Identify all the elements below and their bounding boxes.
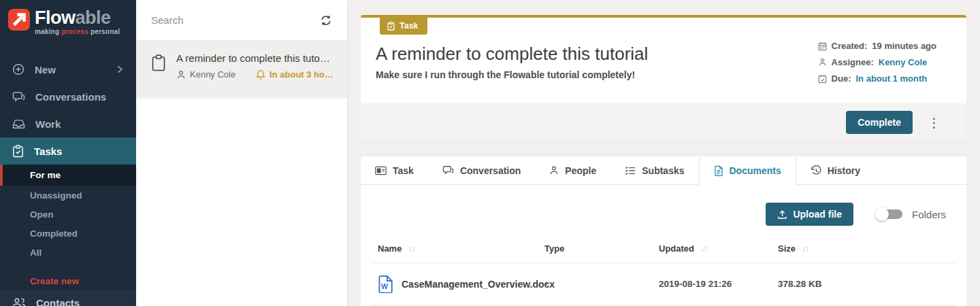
calendar-icon [818,41,827,51]
svg-text:W: W [381,282,388,290]
sidebar-item-work[interactable]: Work [0,110,136,137]
created-row: Created: 19 minutes ago [818,41,936,51]
complete-button[interactable]: Complete [846,111,913,134]
table-header-row: Name↓↑ Type Updated↓↑ Size↓↑ [371,243,956,263]
sidebar-item-tasks[interactable]: Tasks [0,137,136,165]
bell-icon [256,69,265,80]
task-description: Make sure I run through the Flowable tut… [376,69,648,80]
tab-documents[interactable]: Documents [699,156,796,185]
task-tabs-card: Task Conversation People [361,156,966,306]
due-label: Due: [832,73,851,84]
id-card-icon [375,166,387,175]
file-updated: 2019-08-19 21:26 [659,279,778,289]
nav-label: Contacts [36,297,80,306]
sidebar-nav: New Conversations Work Tasks [0,56,136,290]
chevron-right-icon [116,65,124,74]
sidebar: Flowable making process personal New Con… [0,0,136,306]
history-icon [811,165,821,176]
more-options-icon[interactable]: ⋮ [924,116,945,129]
sort-icon[interactable]: ↓↑ [700,244,707,254]
sidebar-filter-open[interactable]: Open [0,205,136,224]
sort-icon[interactable]: ↓↑ [408,244,414,254]
person-icon [818,58,827,67]
assignee-row: Assignee: Kenny Cole [818,57,936,67]
action-bar: Complete ⋮ [361,103,966,141]
col-header-size[interactable]: Size↓↑ [778,243,956,254]
checklist-icon [625,166,636,175]
task-list-panel: A reminder to complete this tuto… Kenny … [136,0,347,306]
task-item-reminder: In about 3 ho… [270,69,333,80]
sidebar-filter-for-me[interactable]: For me [0,165,136,186]
created-label: Created: [832,41,868,51]
clipboard-icon [152,54,165,71]
nav-label: Work [35,118,61,130]
document-icon [714,165,723,176]
folders-toggle[interactable] [875,207,904,221]
flowable-logo[interactable]: Flowable making process personal [0,0,136,35]
chat-bubbles-icon [442,165,454,175]
person-icon [549,165,559,175]
sidebar-item-conversations[interactable]: Conversations [0,83,136,110]
main-content: Task A reminder to complete this tutoria… [361,15,966,306]
due-link[interactable]: In about 1 month [856,73,928,84]
task-item-title: A reminder to complete this tuto… [176,52,333,64]
sidebar-filter-all[interactable]: All [0,243,136,262]
task-type-badge: Task [380,18,427,35]
task-heading: A reminder to complete this tutorial Mak… [376,38,648,90]
table-row[interactable]: W CaseManagement_Overview.docx - 2019-08… [371,263,956,305]
upload-icon [777,209,787,220]
inbox-icon [12,118,25,130]
documents-toolbar: Upload file Folders [361,203,946,226]
folders-toggle-label: Folders [912,209,946,220]
sidebar-item-new[interactable]: New [0,56,136,83]
search-input[interactable] [151,14,320,26]
col-header-updated[interactable]: Updated↓↑ [659,243,778,254]
created-value: 19 minutes ago [872,41,936,51]
task-list-item[interactable]: A reminder to complete this tuto… Kenny … [136,41,347,99]
nav-label: Conversations [35,91,106,103]
file-size: 378.28 KB [778,279,956,289]
page-title: A reminder to complete this tutorial [376,44,648,65]
person-icon [176,70,186,80]
people-icon [12,297,26,306]
tab-conversation[interactable]: Conversation [428,156,535,184]
documents-table: Name↓↑ Type Updated↓↑ Size↓↑ W CaseManag… [371,243,956,305]
task-item-assignee: Kenny Cole [190,69,235,80]
search-bar [136,0,347,41]
tab-people[interactable]: People [535,156,610,184]
tasks-subnav: For me Unassigned Open Completed All Cre… [0,165,136,290]
refresh-icon[interactable] [320,14,332,27]
create-new-link[interactable]: Create new [0,271,136,290]
brand-tagline: making process personal [35,29,120,35]
sidebar-item-contacts[interactable]: Contacts [0,290,136,306]
sidebar-filter-unassigned[interactable]: Unassigned [0,186,136,205]
clipboard-check-icon [12,145,24,158]
nav-label: Tasks [34,146,62,157]
plus-circle-icon [12,63,24,75]
col-header-type: Type [544,243,659,254]
chat-bubbles-icon [12,91,25,103]
tab-history[interactable]: History [796,156,875,184]
word-file-icon: W [378,275,393,293]
file-name: CaseManagement_Overview.docx [402,279,555,290]
assignee-link[interactable]: Kenny Cole [879,57,928,67]
flowable-logo-icon [8,9,30,31]
upload-file-button[interactable]: Upload file [766,203,853,226]
tab-task[interactable]: Task [361,156,428,184]
tab-subtasks[interactable]: Subtasks [610,156,698,184]
sidebar-filter-completed[interactable]: Completed [0,224,136,243]
brand-name: Flowable [35,9,120,27]
nav-label: New [35,64,56,75]
badge-label: Task [399,21,419,31]
task-meta: Created: 19 minutes ago Assignee: Kenny … [818,41,936,90]
file-type: - [544,279,659,289]
clipboard-check-icon [387,22,395,31]
tab-bar: Task Conversation People [361,156,966,185]
sort-icon[interactable]: ↓↑ [802,244,808,254]
col-header-name[interactable]: Name↓↑ [371,243,544,254]
due-row: Due: In about 1 month [818,73,936,84]
task-header-card: Task A reminder to complete this tutoria… [361,15,966,141]
calendar-check-icon [818,74,827,84]
assignee-label: Assignee: [832,57,874,67]
